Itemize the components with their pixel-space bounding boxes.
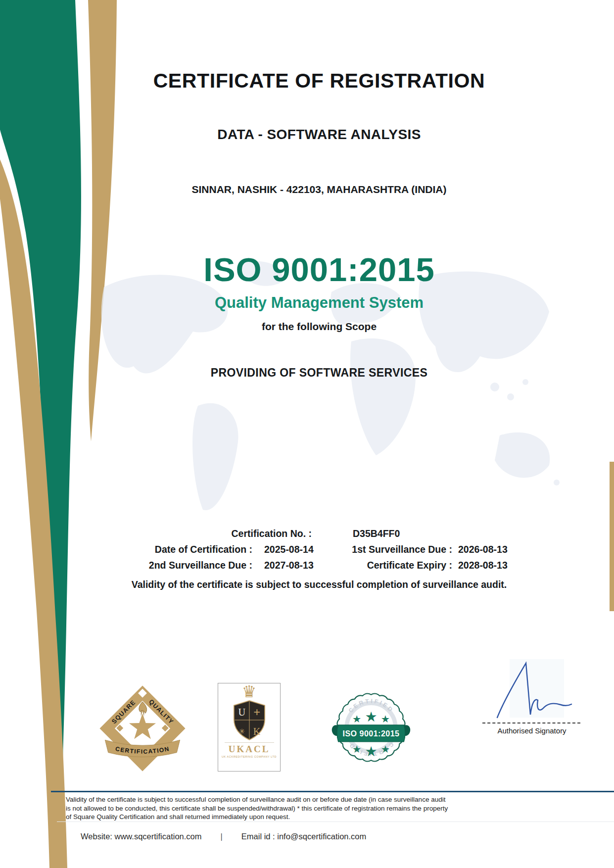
signature-line bbox=[482, 723, 580, 723]
second-surveillance-value: 2027-08-13 bbox=[264, 560, 338, 571]
certification-banner: CERTIFICATION bbox=[105, 740, 180, 757]
certification-details: Certification No. : D35B4FF0 Date of Cer… bbox=[111, 524, 517, 571]
certificate-expiry-value: 2028-08-13 bbox=[458, 560, 508, 571]
signature-block: Authorised Signatory bbox=[482, 659, 581, 735]
detail-row-1: Date of Certification : 2025-08-14 1st S… bbox=[111, 544, 517, 555]
shield-starburst: ✳ bbox=[238, 727, 244, 735]
iso-seal-badge: CERTIFIED CERTIFIED ★ ★ ★ ★ ★ ★ ISO 9001… bbox=[329, 685, 413, 770]
detail-row-certno: Certification No. : D35B4FF0 bbox=[111, 528, 517, 539]
shield-plus: + bbox=[253, 706, 260, 719]
cert-no-label: Certification No. : bbox=[111, 528, 312, 539]
certificate-page: { "certificate": { "title": "CERTIFICATE… bbox=[0, 0, 614, 868]
disclaimer-line-3: of Square Quality Certification and shal… bbox=[66, 813, 448, 821]
first-surveillance-label: 1st Surveillance Due : bbox=[338, 544, 452, 555]
ukacl-badge: ♛ U + ✳ K UKACL UK ACKREDITERING COMPANY… bbox=[218, 683, 281, 772]
footer-disclaimer: Validity of the certificate is subject t… bbox=[66, 795, 448, 821]
seal-ribbon: ISO 9001:2015 bbox=[332, 725, 411, 742]
svg-text:★: ★ bbox=[352, 714, 361, 724]
seal-ribbon-text: ISO 9001:2015 bbox=[342, 729, 399, 738]
svg-text:★: ★ bbox=[381, 714, 390, 724]
disclaimer-line-1: Validity of the certificate is subject t… bbox=[66, 795, 448, 804]
shield-letter-u: U bbox=[238, 707, 245, 718]
email-text: Email id : info@sqcertification.com bbox=[241, 832, 366, 841]
svg-text:★: ★ bbox=[352, 744, 361, 755]
authorised-signatory-label: Authorised Signatory bbox=[482, 726, 581, 735]
validity-note: Validity of the certificate is subject t… bbox=[25, 579, 614, 590]
cert-no-value: D35B4FF0 bbox=[312, 528, 400, 539]
ukacl-subtitle: UK ACKREDITERING COMPANY LTD bbox=[218, 755, 280, 758]
shield-letter-k: K bbox=[253, 726, 260, 737]
diamond-word-quality: QUALITY bbox=[147, 698, 175, 726]
detail-row-2: 2nd Surveillance Due : 2027-08-13 Certif… bbox=[111, 560, 517, 571]
website-text: Website: www.sqcertification.com bbox=[81, 832, 202, 841]
date-of-certification-value: 2025-08-14 bbox=[264, 544, 338, 555]
ukacl-shield: U + ✳ K bbox=[228, 699, 271, 741]
svg-text:★: ★ bbox=[365, 744, 377, 759]
scope-intro: for the following Scope bbox=[25, 321, 614, 333]
standard-subtitle: Quality Management System bbox=[25, 294, 614, 312]
footer-separator bbox=[57, 821, 614, 822]
crown-icon: ♛ bbox=[218, 684, 280, 699]
square-quality-badge: SQUARE QUALITY CERTIFICATION bbox=[98, 684, 187, 773]
company-address: SINNAR, NASHIK - 422103, MAHARASHTRA (IN… bbox=[25, 184, 614, 195]
footer-rule bbox=[51, 791, 614, 792]
first-surveillance-value: 2026-08-13 bbox=[458, 544, 508, 555]
certificate-expiry-label: Certificate Expiry : bbox=[338, 560, 452, 571]
diamond-word-square: SQUARE bbox=[110, 699, 137, 725]
ukacl-name: UKACL bbox=[218, 744, 280, 755]
ukacl-divider bbox=[225, 742, 274, 743]
date-of-certification-label: Date of Certification : bbox=[111, 544, 252, 555]
company-name: DATA - SOFTWARE ANALYSIS bbox=[25, 127, 614, 143]
svg-text:★: ★ bbox=[365, 709, 377, 724]
footer-contact-row: Website: www.sqcertification.com | Email… bbox=[81, 832, 366, 841]
signature-stroke bbox=[482, 659, 581, 720]
certificate-title: CERTIFICATE OF REGISTRATION bbox=[25, 69, 614, 93]
disclaimer-line-2: is not allowed to be conducted, this cer… bbox=[66, 804, 448, 813]
standard-title: ISO 9001:2015 bbox=[25, 250, 614, 289]
scope-text: PROVIDING OF SOFTWARE SERVICES bbox=[25, 366, 614, 380]
svg-text:★: ★ bbox=[381, 744, 390, 755]
contact-divider: | bbox=[221, 832, 223, 841]
second-surveillance-label: 2nd Surveillance Due : bbox=[111, 560, 252, 571]
